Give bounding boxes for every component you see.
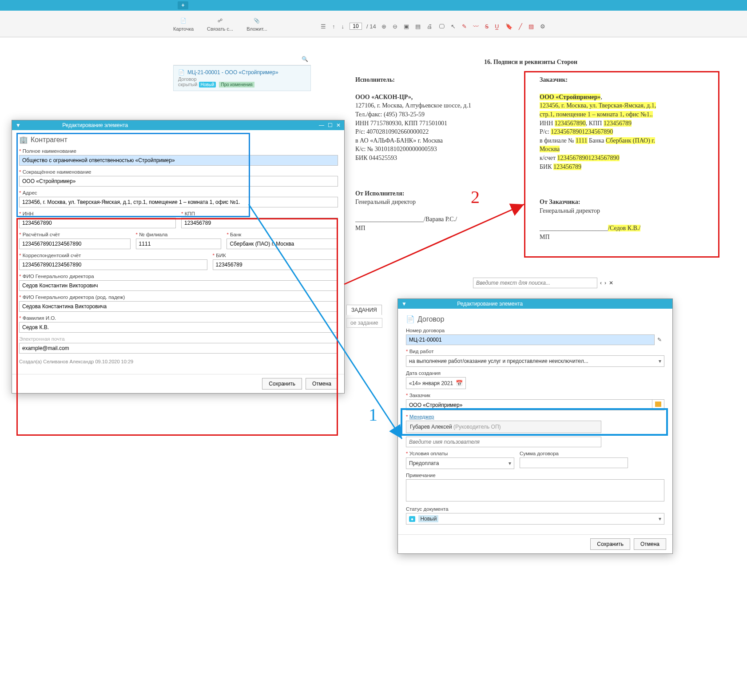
chevron-down-icon — [509, 460, 511, 466]
close-icon[interactable]: ✕ — [336, 122, 341, 128]
dialog-titlebar[interactable]: ▼ Редактирование элемента — ☐ ✕ — [12, 120, 344, 130]
clip-icon: 📎 — [252, 16, 261, 25]
bookmark-icon[interactable]: 🔖 — [505, 22, 513, 31]
manager-chip[interactable]: Губарев Алексей (Руководитель ОП) — [406, 421, 601, 433]
fit-width-icon[interactable]: ▤ — [414, 22, 421, 31]
tab-tasks[interactable]: ЗАДАНИЯ — [346, 305, 382, 315]
edit-icon[interactable] — [655, 337, 664, 343]
corr-account-label: Корреспондентский счёт — [19, 253, 207, 258]
prev-match-icon[interactable]: ‹ — [600, 280, 602, 286]
card-item[interactable]: 📄 МЦ-21-00001 - ООО «Стройпример» Догово… — [173, 65, 311, 91]
card-list: 🔍 📄 МЦ-21-00001 - ООО «Стройпример» Дого… — [173, 53, 311, 91]
doc-status-select[interactable]: ● Новый — [406, 513, 664, 525]
exec-rs: Р/с: 40702810902660000022 — [355, 128, 429, 135]
print-icon[interactable]: 🖨 — [426, 22, 433, 31]
zoom-in-icon[interactable]: ⊕ — [381, 22, 387, 31]
search-icon[interactable]: 🔍 — [302, 56, 308, 62]
corr-account-input[interactable] — [19, 259, 207, 270]
surname-io-input[interactable] — [19, 322, 338, 333]
short-name-label: Сокращённое наименование — [19, 169, 338, 175]
creation-date-input[interactable]: «14» января 2021 — [406, 377, 466, 389]
exec-bic: БИК 044525593 — [355, 155, 397, 161]
subtab-new-task[interactable]: ое задание — [346, 318, 382, 328]
card-button[interactable]: 📄 Карточка — [173, 16, 194, 32]
customer-field-input[interactable] — [406, 399, 652, 410]
save-button[interactable]: Сохранить — [262, 378, 302, 390]
address-input[interactable] — [19, 197, 338, 207]
find-text-input[interactable] — [473, 278, 597, 288]
contract-dialog-titlebar[interactable]: ▼ Редактирование элемента — [398, 299, 672, 309]
contract-number-input[interactable] — [406, 334, 655, 345]
director-fio-gen-input[interactable] — [19, 301, 338, 312]
next-match-icon[interactable]: › — [604, 280, 606, 286]
customer-field-label: Заказчик — [406, 393, 664, 398]
account-label: Расчётный счёт — [19, 232, 131, 237]
wave-icon[interactable]: 〰 — [472, 22, 480, 31]
funnel-icon: ▼ — [401, 301, 407, 307]
link-icon: ☍ — [216, 16, 225, 25]
present-icon[interactable]: 🖵 — [438, 22, 445, 31]
payment-terms-value: Предоплата — [409, 460, 439, 466]
bic-label: БИК — [213, 253, 338, 258]
address-label: Адрес — [19, 190, 338, 195]
pencil-red-icon[interactable]: ✎ — [461, 22, 468, 31]
cust-position: Генеральный директор — [540, 207, 600, 214]
exec-bank: в АО «АЛЬФА-БАНК» г. Москва — [355, 137, 443, 144]
cursor-icon[interactable]: ↖ — [450, 22, 457, 31]
exec-phone: Тел./факс: (495) 783-25-59 — [355, 111, 425, 118]
bic-input[interactable] — [213, 259, 338, 270]
contract-sum-input[interactable] — [520, 457, 628, 468]
inn-label: ИНН — [19, 211, 176, 216]
maximize-icon[interactable]: ☐ — [328, 122, 333, 128]
link-button[interactable]: ☍ Связать с... — [207, 16, 233, 32]
settings-icon[interactable]: ⚙ — [539, 22, 546, 31]
account-input[interactable] — [19, 239, 131, 249]
short-name-input[interactable] — [19, 176, 338, 187]
zoom-out-icon[interactable]: ⊖ — [392, 22, 398, 31]
exec-innkpp: ИНН 7715780930, КПП 771501001 — [355, 120, 447, 127]
full-name-input[interactable] — [19, 155, 338, 166]
attach-button[interactable]: 📎 Вложит... — [246, 16, 267, 32]
hatch-icon[interactable]: ▨ — [528, 22, 535, 31]
page-down-icon[interactable]: ↓ — [341, 22, 346, 31]
fit-page-icon[interactable]: ▣ — [403, 22, 410, 31]
exec-from-label: От Исполнителя: — [355, 190, 404, 197]
payment-terms-select[interactable]: Предоплата — [406, 457, 514, 469]
contract-heading: 📄 Договор — [406, 315, 664, 323]
inn-input[interactable] — [19, 218, 176, 228]
email-input[interactable] — [19, 343, 338, 354]
contract-save-button[interactable]: Сохранить — [590, 538, 630, 550]
chevron-down-icon — [659, 358, 661, 364]
building-icon: 🏢 — [19, 135, 28, 144]
cancel-button[interactable]: Отмена — [306, 378, 338, 390]
strike-icon[interactable]: S̶ — [484, 22, 489, 31]
manager-link[interactable]: Менеджер — [409, 414, 434, 419]
attach-label: Вложит... — [246, 26, 267, 32]
work-type-select[interactable]: на выполнение работ/оказание услуг и пре… — [406, 355, 664, 367]
status-badge-icon: ● — [409, 516, 415, 522]
branch-input[interactable] — [136, 239, 222, 249]
page-up-icon[interactable]: ↑ — [331, 22, 336, 31]
kpp-input[interactable] — [181, 218, 338, 228]
contract-cancel-button[interactable]: Отмена — [634, 538, 666, 550]
card-icon: 📄 — [179, 16, 188, 25]
underline-icon[interactable]: U̲ — [494, 22, 500, 31]
sidebar-toggle-icon[interactable]: ☰ — [320, 22, 327, 31]
contract-sum-label: Сумма договора — [520, 451, 628, 456]
minimize-icon[interactable]: — — [319, 122, 324, 128]
close-search-icon[interactable]: ✕ — [609, 280, 613, 286]
exec-addr: 127106, г. Москва, Алтуфьевское шоссе, д… — [355, 102, 471, 109]
note-input[interactable] — [406, 479, 664, 501]
page-input[interactable] — [350, 23, 362, 30]
new-tab-button[interactable]: + — [178, 1, 188, 9]
director-fio-gen-label: ФИО Генерального директора (род. падеж) — [19, 294, 338, 300]
tab-bar: + — [0, 0, 747, 11]
creation-date-value: «14» января 2021 — [409, 380, 453, 386]
customer-browse-button[interactable] — [652, 399, 664, 410]
line-icon[interactable]: ╱ — [518, 22, 523, 31]
director-fio-input[interactable] — [19, 280, 338, 291]
calendar-icon[interactable] — [456, 380, 463, 386]
bank-input[interactable] — [226, 239, 338, 249]
cust-bank: Сбербанк (ПАО) г. — [606, 137, 655, 144]
manager-search-input[interactable] — [406, 437, 601, 447]
